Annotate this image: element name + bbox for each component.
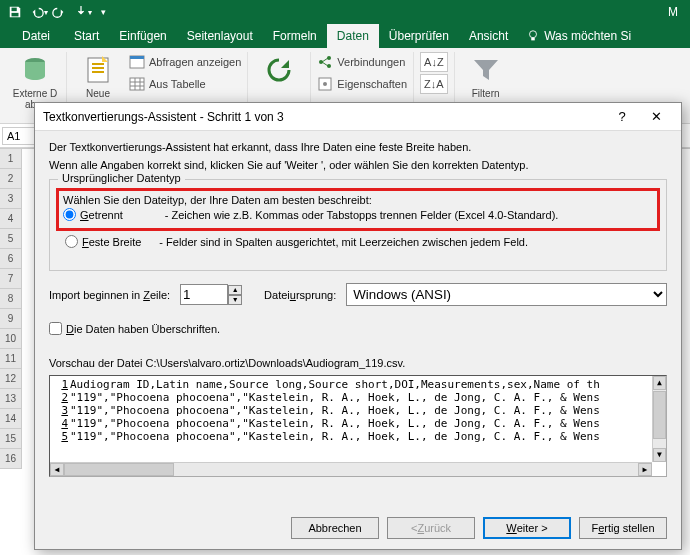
external-data-l1: Externe D — [13, 88, 57, 99]
headers-checkbox[interactable] — [49, 322, 62, 335]
svg-rect-3 — [531, 38, 535, 41]
svg-rect-0 — [12, 8, 17, 12]
refresh-icon — [263, 54, 295, 86]
start-row-spinner[interactable]: ▲ ▼ — [180, 284, 242, 305]
title-bar: ▾ ▾ ▾ M — [0, 0, 690, 24]
row-header[interactable]: 6 — [0, 249, 22, 269]
new-query-button[interactable]: Neue — [73, 52, 123, 99]
dialog-intro-2: Wenn alle Angaben korrekt sind, klicken … — [49, 159, 667, 171]
text-import-wizard-dialog: Textkonvertierungs-Assistent - Schritt 1… — [34, 102, 682, 550]
row-header[interactable]: 13 — [0, 389, 22, 409]
next-button[interactable]: Weiter > — [483, 517, 571, 539]
connections-icon — [317, 54, 333, 70]
tab-start[interactable]: Start — [64, 24, 109, 48]
preview-box: 1Audiogram ID,Latin name,Source long,Sou… — [49, 375, 667, 477]
row-header[interactable]: 14 — [0, 409, 22, 429]
lightbulb-icon — [526, 29, 540, 43]
group-legend: Ursprünglicher Datentyp — [58, 172, 185, 184]
row-header[interactable]: 11 — [0, 349, 22, 369]
save-icon[interactable] — [4, 2, 26, 22]
preview-label: Vorschau der Datei C:\Users\alvaro.ortiz… — [49, 357, 667, 369]
close-button[interactable]: ✕ — [639, 103, 673, 131]
filter-button[interactable]: Filtern — [461, 52, 511, 99]
svg-rect-8 — [130, 78, 144, 90]
tab-file[interactable]: Datei — [8, 24, 64, 48]
svg-rect-7 — [130, 56, 144, 59]
properties-button[interactable]: Eigenschaften — [317, 74, 407, 94]
svg-rect-1 — [12, 13, 19, 17]
fixed-width-desc: - Felder sind in Spalten ausgerichtet, m… — [159, 236, 528, 248]
cancel-button[interactable]: Abbrechen — [291, 517, 379, 539]
ribbon-tabs: Datei Start Einfügen Seitenlayout Formel… — [0, 24, 690, 48]
qat-customize-icon[interactable]: ▾ — [92, 2, 114, 22]
queries-icon — [129, 54, 145, 70]
row-header[interactable]: 7 — [0, 269, 22, 289]
headers-label[interactable]: Die Daten haben Überschriften. — [66, 323, 220, 335]
row-header[interactable]: 1 — [0, 149, 22, 169]
scroll-up-icon[interactable]: ▲ — [653, 376, 666, 390]
redo-icon[interactable] — [48, 2, 70, 22]
scroll-left-icon[interactable]: ◀ — [50, 463, 64, 476]
sort-az-button[interactable]: A↓Z — [420, 52, 448, 72]
from-table-button[interactable]: Aus Tabelle — [129, 74, 241, 94]
properties-icon — [317, 76, 333, 92]
row-header[interactable]: 9 — [0, 309, 22, 329]
tab-review[interactable]: Überprüfen — [379, 24, 459, 48]
delimited-desc: - Zeichen wie z.B. Kommas oder Tabstopps… — [165, 209, 559, 221]
choose-filetype-label: Wählen Sie den Dateityp, der Ihre Daten … — [63, 194, 653, 206]
delimited-radio[interactable] — [63, 208, 76, 221]
preview-hscrollbar[interactable]: ◀ ▶ — [50, 462, 652, 476]
tell-me-search[interactable]: Was möchten Si — [526, 24, 631, 48]
new-query-icon — [82, 54, 114, 86]
tab-insert[interactable]: Einfügen — [109, 24, 176, 48]
hscroll-thumb[interactable] — [64, 463, 174, 476]
external-data-icon — [19, 54, 51, 86]
highlight-box: Wählen Sie den Dateityp, der Ihre Daten … — [56, 188, 660, 231]
fixed-width-radio[interactable] — [65, 235, 78, 248]
original-data-type-group: Ursprünglicher Datentyp Wählen Sie den D… — [49, 179, 667, 271]
dialog-title: Textkonvertierungs-Assistent - Schritt 1… — [43, 110, 284, 124]
tab-pagelayout[interactable]: Seitenlayout — [177, 24, 263, 48]
row-header[interactable]: 12 — [0, 369, 22, 389]
tab-data[interactable]: Daten — [327, 24, 379, 48]
app-title-suffix: M — [668, 5, 686, 19]
help-button[interactable]: ? — [605, 103, 639, 131]
row-header[interactable]: 4 — [0, 209, 22, 229]
row-header[interactable]: 16 — [0, 449, 22, 469]
refresh-all-button[interactable] — [254, 52, 304, 88]
scroll-down-icon[interactable]: ▼ — [653, 448, 666, 462]
finish-button[interactable]: Fertig stellen — [579, 517, 667, 539]
scroll-right-icon[interactable]: ▶ — [638, 463, 652, 476]
file-origin-select[interactable]: Windows (ANSI) — [346, 283, 667, 306]
table-icon — [129, 76, 145, 92]
tab-view[interactable]: Ansicht — [459, 24, 518, 48]
row-header[interactable]: 3 — [0, 189, 22, 209]
vscroll-thumb[interactable] — [653, 391, 666, 439]
row-header[interactable]: 5 — [0, 229, 22, 249]
delimited-label[interactable]: GGetrenntetrennt — [80, 209, 123, 221]
sort-za-button[interactable]: Z↓A — [420, 74, 448, 94]
funnel-icon — [470, 54, 502, 86]
svg-point-13 — [323, 82, 327, 86]
tell-me-label: Was möchten Si — [544, 29, 631, 43]
connections-button[interactable]: Verbindungen — [317, 52, 407, 72]
preview-content: 1Audiogram ID,Latin name,Source long,Sou… — [50, 376, 652, 462]
row-header[interactable]: 15 — [0, 429, 22, 449]
back-button: < Zurück — [387, 517, 475, 539]
row-header[interactable]: 8 — [0, 289, 22, 309]
row-header[interactable]: 10 — [0, 329, 22, 349]
spin-down-icon[interactable]: ▼ — [228, 295, 242, 305]
dialog-titlebar[interactable]: Textkonvertierungs-Assistent - Schritt 1… — [35, 103, 681, 131]
svg-point-2 — [530, 31, 537, 38]
dialog-intro-1: Der Textkonvertierungs-Assistent hat erk… — [49, 141, 667, 153]
fixed-width-label[interactable]: Feste Breite — [82, 236, 141, 248]
tab-formulas[interactable]: Formeln — [263, 24, 327, 48]
row-header[interactable]: 2 — [0, 169, 22, 189]
show-queries-button[interactable]: Abfragen anzeigen — [129, 52, 241, 72]
preview-vscrollbar[interactable]: ▲ ▼ — [652, 376, 666, 462]
file-origin-label: Dateiursprung: — [264, 289, 336, 301]
start-row-label: Import beginnen in Zeile: — [49, 289, 170, 301]
start-row-input[interactable] — [180, 284, 228, 305]
spin-up-icon[interactable]: ▲ — [228, 285, 242, 295]
